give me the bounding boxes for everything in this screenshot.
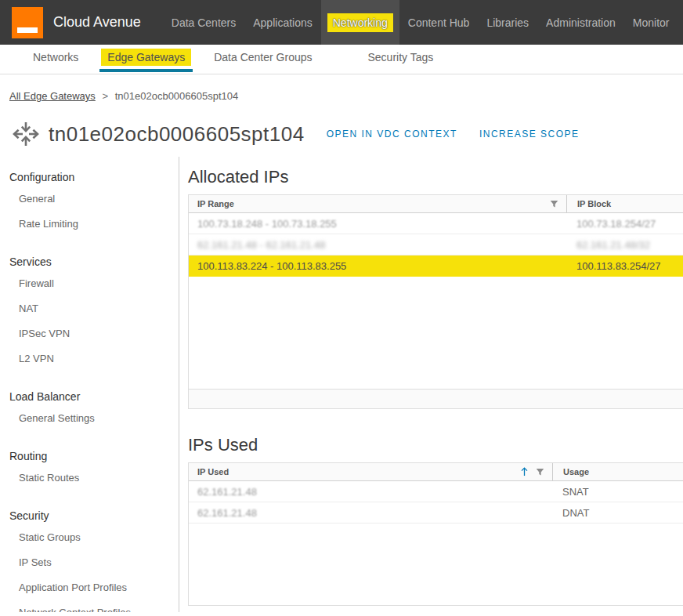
top-nav-label: Data Centers (172, 16, 236, 29)
sidebar-item-firewall[interactable]: Firewall (8, 274, 179, 293)
top-nav-libraries[interactable]: Libraries (478, 0, 537, 45)
breadcrumb-separator: > (102, 90, 108, 102)
content-area: Configuration General Rate Limiting Serv… (0, 157, 683, 612)
sidebar: Configuration General Rate Limiting Serv… (0, 157, 179, 612)
sidebar-item-ip-sets[interactable]: IP Sets (8, 553, 179, 572)
ip-range-cell: 62.161.21.48 - 62.161.21.48 (189, 239, 566, 251)
column-label: IP Range (197, 199, 234, 208)
column-header-ip-block[interactable]: IP Block (566, 195, 683, 212)
top-nav-label: Monitor (633, 16, 670, 29)
table-footer (189, 389, 683, 408)
sidebar-group-title: Services (0, 252, 179, 271)
filter-funnel-icon[interactable] (550, 200, 558, 208)
sidebar-item-static-groups[interactable]: Static Groups (8, 528, 179, 547)
sidebar-group-routing: Routing Static Routes (0, 447, 179, 487)
increase-scope-link[interactable]: INCREASE SCOPE (479, 129, 580, 140)
ip-range-cell: 100.73.18.248 - 100.73.18.255 (189, 218, 566, 230)
sidebar-item-general[interactable]: General (8, 190, 179, 208)
table-row[interactable]: 62.161.21.48 - 62.161.21.48 62.161.21.48… (189, 234, 683, 255)
sidebar-group-security: Security Static Groups IP Sets Applicati… (0, 506, 179, 612)
allocated-ips-table-header: IP Range IP Block (189, 195, 683, 213)
column-header-usage[interactable]: Usage (552, 463, 683, 480)
sidebar-group-services: Services Firewall NAT IPSec VPN L2 VPN (0, 252, 179, 368)
column-label: IP Block (577, 199, 611, 208)
tab-label: Security Tags (368, 51, 434, 63)
page-title: tn01e02ocb0006605spt104 (49, 122, 305, 147)
breadcrumb: All Edge Gateways > tn01e02ocb0006605spt… (0, 74, 683, 102)
breadcrumb-all-edge-gateways-link[interactable]: All Edge Gateways (9, 90, 96, 102)
sidebar-item-nat[interactable]: NAT (8, 299, 179, 318)
top-nav-label: Administration (546, 16, 616, 29)
ip-block-cell: 62.161.21.48/32 (566, 239, 683, 251)
sidebar-group-title: Security (0, 506, 179, 525)
open-in-vdc-context-link[interactable]: OPEN IN VDC CONTEXT (327, 129, 457, 140)
top-nav-content-hub[interactable]: Content Hub (399, 0, 479, 45)
networking-sub-nav: Networks Edge Gateways Data Center Group… (0, 45, 683, 74)
sidebar-item-l2-vpn[interactable]: L2 VPN (8, 350, 179, 368)
sidebar-group-load-balancer: Load Balancer General Settings (0, 387, 179, 428)
top-nav-data-centers[interactable]: Data Centers (163, 0, 244, 45)
filter-funnel-icon[interactable] (536, 468, 544, 476)
top-nav-label: Applications (253, 16, 313, 29)
ip-used-cell: 62.161.21.48 (189, 486, 552, 498)
column-label: IP Used (197, 467, 229, 476)
sort-ascending-icon[interactable] (520, 467, 529, 476)
search-highlight: Edge Gateways (101, 49, 191, 66)
ips-used-table-header: IP Used Usage (189, 463, 683, 481)
brand: Cloud Avenue (0, 0, 152, 45)
top-nav-networking[interactable]: Networking (321, 0, 399, 45)
orange-logo-icon (12, 7, 43, 38)
top-nav-administration[interactable]: Administration (537, 0, 624, 45)
allocated-ips-table: IP Range IP Block 100.73.18.248 - 100.73… (188, 194, 683, 409)
sidebar-group-title: Load Balancer (0, 387, 179, 406)
breadcrumb-current: tn01e02ocb0006605spt104 (115, 90, 239, 102)
usage-cell: DNAT (552, 507, 683, 519)
sidebar-group-title: Routing (0, 447, 179, 466)
main-panel: Allocated IPs IP Range IP Block 100.73.1… (179, 157, 683, 612)
tab-label: Data Center Groups (214, 51, 312, 63)
sidebar-group-configuration: Configuration General Rate Limiting (0, 168, 179, 234)
sidebar-item-static-routes[interactable]: Static Routes (8, 469, 179, 487)
sidebar-item-rate-limiting[interactable]: Rate Limiting (8, 215, 179, 234)
column-header-ip-used[interactable]: IP Used (189, 463, 552, 480)
sidebar-item-general-settings[interactable]: General Settings (8, 409, 179, 428)
tab-data-center-groups[interactable]: Data Center Groups (212, 45, 313, 72)
tab-edge-gateways[interactable]: Edge Gateways (99, 45, 193, 72)
app-title: Cloud Avenue (53, 14, 141, 31)
top-nav-monitor[interactable]: Monitor (624, 0, 678, 45)
sidebar-item-application-port-profiles[interactable]: Application Port Profiles (8, 578, 179, 597)
column-header-ip-range[interactable]: IP Range (189, 195, 566, 212)
ip-block-cell: 100.73.18.254/27 (566, 218, 683, 230)
tab-security-tags[interactable]: Security Tags (367, 45, 435, 72)
tab-label: Networks (33, 51, 78, 63)
sidebar-item-ipsec-vpn[interactable]: IPSec VPN (8, 324, 179, 343)
table-empty-space (189, 524, 683, 605)
top-nav: Data Centers Applications Networking Con… (163, 0, 678, 45)
top-nav-label: Libraries (486, 16, 529, 29)
app-header: Cloud Avenue Data Centers Applications N… (0, 0, 683, 45)
table-row-highlighted[interactable]: 100.113.83.224 - 100.113.83.255 100.113.… (189, 255, 683, 277)
column-label: Usage (563, 467, 589, 476)
allocated-ips-heading: Allocated IPs (188, 166, 683, 188)
sidebar-group-title: Configuration (0, 168, 179, 187)
tab-networks[interactable]: Networks (31, 45, 80, 72)
table-empty-space (189, 277, 683, 389)
ip-used-cell: 62.161.21.48 (189, 507, 552, 519)
usage-cell: SNAT (552, 486, 683, 498)
ip-range-cell: 100.113.83.224 - 100.113.83.255 (189, 260, 566, 272)
table-row[interactable]: 100.73.18.248 - 100.73.18.255 100.73.18.… (189, 213, 683, 234)
top-nav-label: Content Hub (408, 16, 470, 29)
ips-used-heading: IPs Used (188, 434, 683, 456)
page-title-bar: tn01e02ocb0006605spt104 OPEN IN VDC CONT… (0, 102, 683, 149)
ip-block-cell: 100.113.83.254/27 (566, 260, 683, 272)
search-highlight: Networking (327, 13, 393, 32)
edge-gateway-icon (11, 119, 41, 149)
table-row[interactable]: 62.161.21.48 DNAT (189, 502, 683, 524)
top-nav-applications[interactable]: Applications (244, 0, 321, 45)
table-row[interactable]: 62.161.21.48 SNAT (189, 481, 683, 502)
sidebar-item-network-context-profiles[interactable]: Network Context Profiles (8, 603, 179, 612)
ips-used-table: IP Used Usage 62.161.21.48 SNAT 62.161.2… (188, 462, 683, 606)
